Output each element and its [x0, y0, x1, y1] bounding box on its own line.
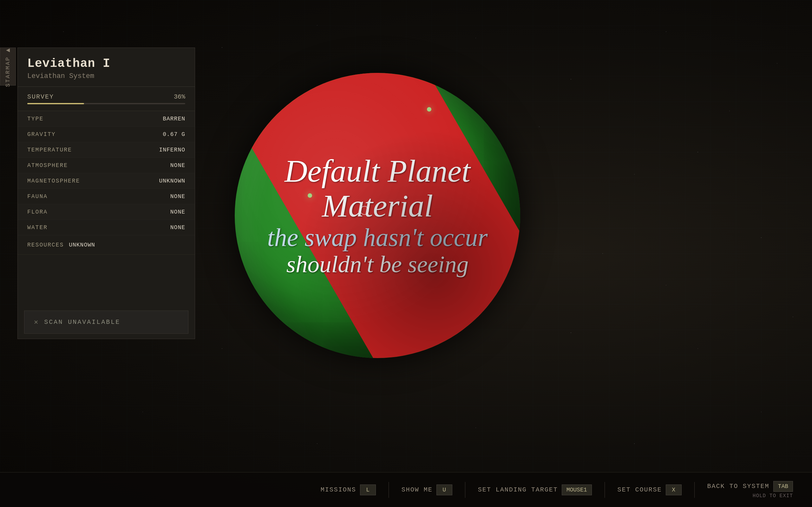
stat-row: GRAVITY 0.67 G [18, 127, 195, 142]
stat-key: WATER [27, 224, 48, 231]
survey-bar [27, 103, 185, 104]
back-to-system-label: BACK TO SYSTEM [707, 483, 769, 490]
planet-info-panel: Leviathan I Leviathan System SURVEY 36% … [17, 48, 195, 339]
stat-row: FLORA NONE [18, 205, 195, 220]
survey-percent: 36% [174, 93, 185, 101]
hud-set-course[interactable]: SET COURSE X [618, 485, 681, 495]
scan-x-icon: ✕ [34, 318, 39, 326]
stat-row: MAGNETOSPHERE UNKNOWN [18, 173, 195, 189]
landing-target-key: MOUSE1 [562, 485, 592, 495]
system-name: Leviathan System [27, 72, 185, 80]
planet-name: Leviathan I [27, 57, 185, 70]
stat-row: WATER NONE [18, 220, 195, 235]
stat-val: NONE [170, 162, 185, 169]
survey-label: SURVEY [27, 93, 54, 101]
show-me-label: SHOW ME [402, 486, 433, 493]
stat-key: ATMOSPHERE [27, 162, 68, 169]
stat-key: MAGNETOSPHERE [27, 178, 80, 184]
hud-show-me[interactable]: SHOW ME U [402, 485, 452, 495]
resources-label: RESOURCES [27, 242, 64, 248]
glow-dot-2 [427, 107, 432, 112]
scan-button[interactable]: ✕ SCAN UNAVAILABLE [24, 311, 189, 334]
landing-target-label: SET LANDING TARGET [478, 486, 558, 493]
survey-section: SURVEY 36% [18, 87, 195, 111]
stat-key: GRAVITY [27, 131, 56, 137]
stat-val: BARREN [163, 116, 185, 122]
stat-row: TEMPERATURE INFERNO [18, 142, 195, 158]
missions-key: L [360, 485, 376, 495]
stat-val: INFERNO [159, 147, 185, 153]
starmap-tab[interactable]: ◀ STARMAP [0, 48, 16, 86]
survey-fill [27, 103, 84, 104]
panel-header: Leviathan I Leviathan System [18, 48, 195, 87]
hud-sep-3 [605, 482, 605, 498]
stat-val: UNKNOWN [159, 178, 185, 184]
hud-sep-4 [694, 482, 695, 498]
resources-section: RESOURCES UNKNOWN [18, 235, 195, 255]
stat-row: ATMOSPHERE NONE [18, 158, 195, 173]
set-course-key: X [666, 485, 681, 495]
empty-area [18, 255, 195, 305]
stat-val: NONE [170, 193, 185, 200]
stat-val: NONE [170, 209, 185, 215]
stat-key: FAUNA [27, 193, 48, 200]
hud-sep-2 [465, 482, 465, 498]
glow-dot-1 [308, 193, 312, 198]
cursor-reticle [360, 206, 369, 215]
stat-key: TEMPERATURE [27, 147, 72, 153]
collapse-arrow-icon: ◀ [6, 46, 10, 54]
planet-inner: Default Planet Material the swap hasn't … [235, 73, 520, 358]
hud-sep-1 [389, 482, 389, 498]
starmap-label: STARMAP [5, 56, 11, 87]
stat-row: FAUNA NONE [18, 189, 195, 205]
stat-key: TYPE [27, 116, 44, 122]
stat-val: NONE [170, 224, 185, 231]
planet-container: Default Planet Material the swap hasn't … [203, 41, 552, 390]
stats-table: TYPE BARREN GRAVITY 0.67 G TEMPERATURE I… [18, 111, 195, 235]
back-to-system-key: TAB [773, 481, 793, 492]
hud-landing-target[interactable]: SET LANDING TARGET MOUSE1 [478, 485, 592, 495]
show-me-key: U [437, 485, 452, 495]
planet-sphere: Default Planet Material the swap hasn't … [235, 73, 520, 358]
planet-overlay [235, 73, 520, 358]
missions-label: MISSIONS [321, 486, 356, 493]
stat-val: 0.67 G [163, 131, 185, 137]
scan-button-label: SCAN UNAVAILABLE [44, 319, 120, 326]
stat-row: TYPE BARREN [18, 111, 195, 127]
stat-key: FLORA [27, 209, 48, 215]
hud-missions[interactable]: MISSIONS L [321, 485, 376, 495]
bottom-hud: MISSIONS L SHOW ME U SET LANDING TARGET … [0, 472, 812, 507]
back-to-system[interactable]: BACK TO SYSTEM TAB HOLD TO EXIT [707, 481, 793, 499]
resources-value: UNKNOWN [69, 242, 95, 248]
set-course-label: SET COURSE [618, 486, 662, 493]
hold-to-exit-label: HOLD TO EXIT [753, 493, 793, 499]
